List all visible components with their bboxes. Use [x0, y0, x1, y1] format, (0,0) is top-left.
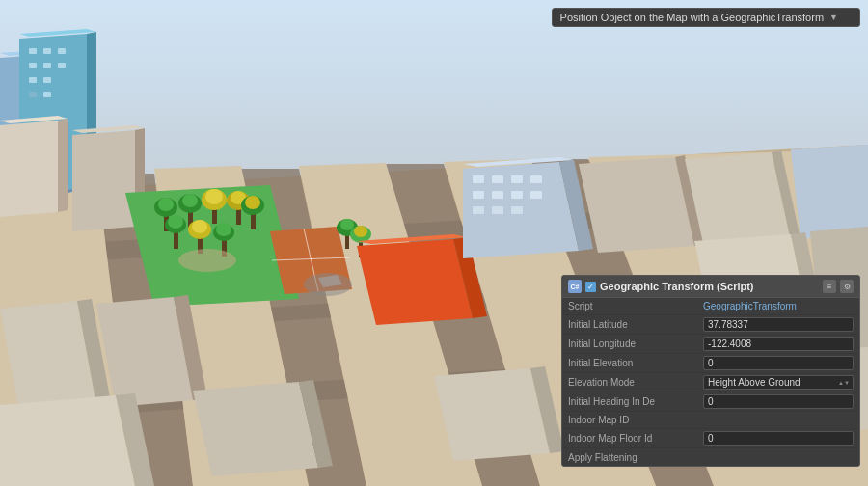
svg-rect-84: [492, 191, 503, 199]
svg-rect-88: [492, 206, 503, 214]
svg-point-72: [354, 226, 367, 237]
row-label: Initial Heading In De: [568, 396, 703, 407]
inspector-title: Geographic Transform (Script): [600, 281, 754, 292]
row-value[interactable]: 0: [703, 394, 854, 409]
dropdown-label: Position Object on the Map with a Geogra…: [560, 12, 825, 23]
svg-marker-33: [72, 130, 135, 231]
svg-rect-23: [29, 63, 37, 68]
svg-point-69: [340, 219, 354, 230]
svg-point-43: [182, 194, 198, 207]
svg-marker-109: [0, 395, 135, 486]
row-value[interactable]: 0: [703, 431, 854, 446]
row-label: Script: [568, 301, 703, 311]
row-label: Indoor Map ID: [568, 415, 703, 425]
inspector-row: Apply Flattening: [562, 448, 859, 466]
inspector-row: Initial Longitude-122.4008: [562, 335, 859, 354]
inspector-row: Indoor Map Floor Id0: [562, 429, 859, 448]
row-value[interactable]: Height Above Ground: [703, 375, 854, 390]
position-dropdown[interactable]: Position Object on the Map with a Geogra…: [552, 8, 860, 27]
component-enabled-checkbox[interactable]: ✓: [585, 282, 596, 292]
svg-rect-27: [43, 77, 51, 83]
component-icon: C#: [568, 280, 582, 293]
row-label: Indoor Map Floor Id: [568, 433, 703, 444]
inspector-settings-icon[interactable]: ⚙: [840, 280, 854, 293]
svg-point-55: [168, 215, 183, 229]
svg-point-62: [178, 249, 236, 272]
svg-rect-80: [492, 176, 503, 183]
svg-rect-85: [511, 191, 523, 199]
svg-rect-29: [43, 92, 51, 97]
svg-rect-82: [530, 176, 542, 183]
svg-point-58: [192, 220, 207, 233]
inspector-row: Initial Heading In De0: [562, 392, 859, 412]
svg-marker-90: [579, 157, 694, 253]
row-label: Initial Latitude: [568, 319, 703, 330]
inspector-header: C# ✓ Geographic Transform (Script) ≡ ⚙: [562, 276, 859, 298]
svg-rect-86: [530, 191, 542, 199]
svg-marker-30: [0, 121, 58, 217]
row-value[interactable]: 37.78337: [703, 317, 854, 332]
svg-marker-53: [174, 231, 178, 249]
inspector-panel: C# ✓ Geographic Transform (Script) ≡ ⚙ S…: [561, 275, 860, 467]
row-value[interactable]: -122.4008: [703, 337, 854, 351]
svg-marker-31: [58, 119, 68, 212]
svg-marker-94: [791, 145, 868, 239]
row-value[interactable]: 0: [703, 356, 854, 370]
svg-marker-73: [357, 239, 473, 325]
svg-rect-20: [29, 48, 37, 54]
svg-rect-79: [473, 176, 484, 183]
svg-point-46: [205, 189, 223, 204]
inspector-rows: ScriptGeographicTransformInitial Latitud…: [562, 298, 859, 466]
row-value[interactable]: GeographicTransform: [703, 301, 854, 311]
chevron-down-icon: ▼: [829, 13, 838, 22]
svg-rect-21: [43, 48, 51, 54]
row-label: Initial Longitude: [568, 338, 703, 349]
svg-rect-26: [29, 77, 37, 83]
svg-rect-25: [58, 63, 66, 68]
svg-point-40: [158, 198, 174, 211]
svg-rect-81: [511, 176, 523, 183]
inspector-row: ScriptGeographicTransform: [562, 298, 859, 315]
row-label: Apply Flattening: [568, 452, 703, 463]
svg-point-52: [245, 196, 260, 209]
inspector-header-icons: ≡ ⚙: [823, 280, 854, 293]
row-label: Elevation Mode: [568, 377, 703, 388]
svg-point-61: [216, 223, 231, 236]
svg-rect-28: [29, 92, 37, 97]
inspector-menu-icon[interactable]: ≡: [823, 280, 836, 293]
svg-marker-111: [193, 382, 318, 476]
inspector-row: Initial Latitude37.78337: [562, 315, 859, 335]
row-label: Initial Elevation: [568, 358, 703, 368]
svg-rect-83: [473, 191, 484, 199]
inspector-row: Initial Elevation0: [562, 354, 859, 373]
svg-rect-89: [511, 206, 523, 214]
svg-marker-113: [434, 368, 550, 461]
inspector-row: Elevation ModeHeight Above Ground: [562, 373, 859, 392]
inspector-row: Indoor Map ID: [562, 412, 859, 429]
svg-rect-22: [58, 48, 66, 54]
svg-rect-24: [43, 63, 51, 68]
svg-rect-87: [473, 206, 484, 214]
